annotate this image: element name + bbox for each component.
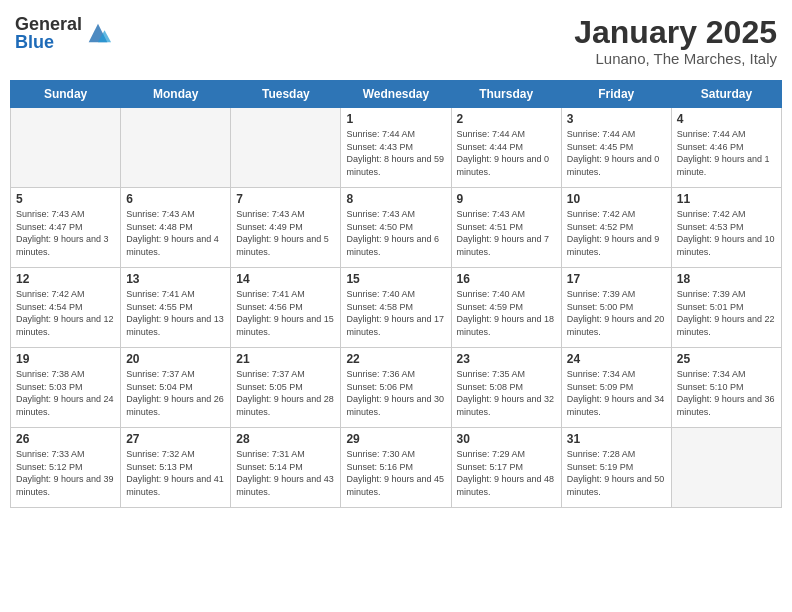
weekday-header-wednesday: Wednesday (341, 81, 451, 108)
day-number: 28 (236, 432, 335, 446)
calendar-week-row: 26Sunrise: 7:33 AM Sunset: 5:12 PM Dayli… (11, 428, 782, 508)
logo-general-text: General (15, 15, 82, 33)
day-number: 14 (236, 272, 335, 286)
calendar-cell: 29Sunrise: 7:30 AM Sunset: 5:16 PM Dayli… (341, 428, 451, 508)
weekday-header-friday: Friday (561, 81, 671, 108)
day-info: Sunrise: 7:42 AM Sunset: 4:54 PM Dayligh… (16, 288, 115, 338)
calendar-cell: 12Sunrise: 7:42 AM Sunset: 4:54 PM Dayli… (11, 268, 121, 348)
day-number: 7 (236, 192, 335, 206)
day-number: 31 (567, 432, 666, 446)
day-info: Sunrise: 7:33 AM Sunset: 5:12 PM Dayligh… (16, 448, 115, 498)
calendar-cell: 16Sunrise: 7:40 AM Sunset: 4:59 PM Dayli… (451, 268, 561, 348)
day-number: 20 (126, 352, 225, 366)
day-info: Sunrise: 7:40 AM Sunset: 4:58 PM Dayligh… (346, 288, 445, 338)
day-info: Sunrise: 7:32 AM Sunset: 5:13 PM Dayligh… (126, 448, 225, 498)
calendar-cell: 8Sunrise: 7:43 AM Sunset: 4:50 PM Daylig… (341, 188, 451, 268)
calendar-cell: 10Sunrise: 7:42 AM Sunset: 4:52 PM Dayli… (561, 188, 671, 268)
calendar-cell: 9Sunrise: 7:43 AM Sunset: 4:51 PM Daylig… (451, 188, 561, 268)
calendar-cell: 2Sunrise: 7:44 AM Sunset: 4:44 PM Daylig… (451, 108, 561, 188)
day-number: 8 (346, 192, 445, 206)
day-info: Sunrise: 7:35 AM Sunset: 5:08 PM Dayligh… (457, 368, 556, 418)
day-number: 11 (677, 192, 776, 206)
calendar-cell: 5Sunrise: 7:43 AM Sunset: 4:47 PM Daylig… (11, 188, 121, 268)
day-info: Sunrise: 7:40 AM Sunset: 4:59 PM Dayligh… (457, 288, 556, 338)
calendar-cell: 23Sunrise: 7:35 AM Sunset: 5:08 PM Dayli… (451, 348, 561, 428)
calendar-cell: 17Sunrise: 7:39 AM Sunset: 5:00 PM Dayli… (561, 268, 671, 348)
day-info: Sunrise: 7:43 AM Sunset: 4:49 PM Dayligh… (236, 208, 335, 258)
day-info: Sunrise: 7:39 AM Sunset: 5:01 PM Dayligh… (677, 288, 776, 338)
day-number: 13 (126, 272, 225, 286)
calendar-cell: 19Sunrise: 7:38 AM Sunset: 5:03 PM Dayli… (11, 348, 121, 428)
calendar-cell: 22Sunrise: 7:36 AM Sunset: 5:06 PM Dayli… (341, 348, 451, 428)
day-info: Sunrise: 7:34 AM Sunset: 5:10 PM Dayligh… (677, 368, 776, 418)
day-number: 19 (16, 352, 115, 366)
day-info: Sunrise: 7:28 AM Sunset: 5:19 PM Dayligh… (567, 448, 666, 498)
weekday-header-monday: Monday (121, 81, 231, 108)
day-info: Sunrise: 7:43 AM Sunset: 4:50 PM Dayligh… (346, 208, 445, 258)
day-number: 12 (16, 272, 115, 286)
calendar-cell: 25Sunrise: 7:34 AM Sunset: 5:10 PM Dayli… (671, 348, 781, 428)
calendar-cell: 7Sunrise: 7:43 AM Sunset: 4:49 PM Daylig… (231, 188, 341, 268)
day-info: Sunrise: 7:44 AM Sunset: 4:45 PM Dayligh… (567, 128, 666, 178)
day-info: Sunrise: 7:44 AM Sunset: 4:43 PM Dayligh… (346, 128, 445, 178)
calendar-week-row: 1Sunrise: 7:44 AM Sunset: 4:43 PM Daylig… (11, 108, 782, 188)
day-info: Sunrise: 7:43 AM Sunset: 4:47 PM Dayligh… (16, 208, 115, 258)
calendar-cell (231, 108, 341, 188)
day-number: 4 (677, 112, 776, 126)
day-info: Sunrise: 7:43 AM Sunset: 4:48 PM Dayligh… (126, 208, 225, 258)
calendar-cell: 3Sunrise: 7:44 AM Sunset: 4:45 PM Daylig… (561, 108, 671, 188)
day-number: 16 (457, 272, 556, 286)
weekday-header-saturday: Saturday (671, 81, 781, 108)
day-info: Sunrise: 7:37 AM Sunset: 5:04 PM Dayligh… (126, 368, 225, 418)
calendar-cell: 20Sunrise: 7:37 AM Sunset: 5:04 PM Dayli… (121, 348, 231, 428)
calendar-week-row: 12Sunrise: 7:42 AM Sunset: 4:54 PM Dayli… (11, 268, 782, 348)
weekday-header-sunday: Sunday (11, 81, 121, 108)
logo: General Blue (15, 15, 112, 51)
day-number: 9 (457, 192, 556, 206)
weekday-header-thursday: Thursday (451, 81, 561, 108)
day-info: Sunrise: 7:41 AM Sunset: 4:55 PM Dayligh… (126, 288, 225, 338)
calendar-cell (11, 108, 121, 188)
calendar-cell: 11Sunrise: 7:42 AM Sunset: 4:53 PM Dayli… (671, 188, 781, 268)
calendar-cell: 13Sunrise: 7:41 AM Sunset: 4:55 PM Dayli… (121, 268, 231, 348)
day-number: 15 (346, 272, 445, 286)
day-info: Sunrise: 7:42 AM Sunset: 4:52 PM Dayligh… (567, 208, 666, 258)
day-info: Sunrise: 7:29 AM Sunset: 5:17 PM Dayligh… (457, 448, 556, 498)
day-info: Sunrise: 7:30 AM Sunset: 5:16 PM Dayligh… (346, 448, 445, 498)
calendar-cell: 27Sunrise: 7:32 AM Sunset: 5:13 PM Dayli… (121, 428, 231, 508)
weekday-header-row: SundayMondayTuesdayWednesdayThursdayFrid… (11, 81, 782, 108)
day-info: Sunrise: 7:36 AM Sunset: 5:06 PM Dayligh… (346, 368, 445, 418)
day-number: 3 (567, 112, 666, 126)
day-number: 27 (126, 432, 225, 446)
calendar-cell (121, 108, 231, 188)
calendar-cell: 21Sunrise: 7:37 AM Sunset: 5:05 PM Dayli… (231, 348, 341, 428)
day-info: Sunrise: 7:39 AM Sunset: 5:00 PM Dayligh… (567, 288, 666, 338)
calendar-cell: 6Sunrise: 7:43 AM Sunset: 4:48 PM Daylig… (121, 188, 231, 268)
day-info: Sunrise: 7:42 AM Sunset: 4:53 PM Dayligh… (677, 208, 776, 258)
calendar-cell: 24Sunrise: 7:34 AM Sunset: 5:09 PM Dayli… (561, 348, 671, 428)
day-number: 22 (346, 352, 445, 366)
day-info: Sunrise: 7:43 AM Sunset: 4:51 PM Dayligh… (457, 208, 556, 258)
logo-blue-text: Blue (15, 33, 82, 51)
day-info: Sunrise: 7:34 AM Sunset: 5:09 PM Dayligh… (567, 368, 666, 418)
calendar-cell: 15Sunrise: 7:40 AM Sunset: 4:58 PM Dayli… (341, 268, 451, 348)
day-number: 17 (567, 272, 666, 286)
calendar-table: SundayMondayTuesdayWednesdayThursdayFrid… (10, 80, 782, 508)
day-number: 23 (457, 352, 556, 366)
page-header: General Blue January 2025 Lunano, The Ma… (10, 10, 782, 72)
day-number: 1 (346, 112, 445, 126)
day-number: 24 (567, 352, 666, 366)
day-number: 2 (457, 112, 556, 126)
calendar-cell: 30Sunrise: 7:29 AM Sunset: 5:17 PM Dayli… (451, 428, 561, 508)
location-subtitle: Lunano, The Marches, Italy (574, 50, 777, 67)
calendar-cell: 28Sunrise: 7:31 AM Sunset: 5:14 PM Dayli… (231, 428, 341, 508)
day-number: 21 (236, 352, 335, 366)
day-number: 30 (457, 432, 556, 446)
day-number: 29 (346, 432, 445, 446)
day-number: 6 (126, 192, 225, 206)
day-info: Sunrise: 7:38 AM Sunset: 5:03 PM Dayligh… (16, 368, 115, 418)
day-info: Sunrise: 7:31 AM Sunset: 5:14 PM Dayligh… (236, 448, 335, 498)
day-info: Sunrise: 7:44 AM Sunset: 4:46 PM Dayligh… (677, 128, 776, 178)
day-number: 18 (677, 272, 776, 286)
calendar-cell: 26Sunrise: 7:33 AM Sunset: 5:12 PM Dayli… (11, 428, 121, 508)
